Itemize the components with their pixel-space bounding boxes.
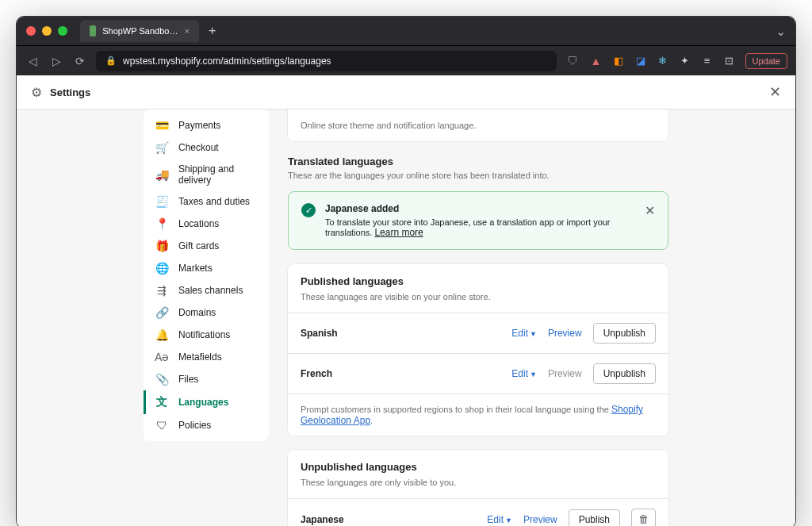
sidebar-item-label: Files (178, 374, 198, 385)
unpublish-button[interactable]: Unpublish (593, 323, 656, 344)
sidebar-item-policies[interactable]: 🛡Policies (144, 414, 269, 436)
ext-icon-3[interactable]: ❄ (657, 55, 669, 67)
reload-button[interactable]: ⟳ (72, 55, 88, 67)
sidebar-item-notifications[interactable]: 🔔Notifications (144, 324, 269, 346)
sidebar-item-languages[interactable]: 文Languages (144, 390, 269, 414)
edit-dropdown[interactable]: Edit▼ (511, 368, 537, 379)
warning-icon[interactable]: ▲ (588, 55, 604, 67)
tab-title: ShopWP Sandbox ~ Store lang… (102, 26, 178, 36)
bell-icon: 🔔 (155, 328, 169, 341)
browser-chrome: ShopWP Sandbox ~ Store lang… × + ⌄ ◁ ▷ ⟳… (17, 17, 795, 75)
close-icon[interactable]: ✕ (769, 83, 781, 101)
ext-icon-4[interactable]: ≡ (701, 55, 714, 67)
translated-heading: Translated languages (288, 155, 668, 167)
theme-desc: Online store theme and notification lang… (301, 121, 656, 130)
gear-icon: ⚙ (31, 85, 42, 100)
language-name: Japanese (301, 514, 344, 525)
browser-titlebar: ShopWP Sandbox ~ Store lang… × + ⌄ (17, 17, 795, 45)
unpublish-button[interactable]: Unpublish (593, 363, 656, 384)
checkout-icon: 🛒 (155, 141, 169, 154)
sidebar-item-label: Policies (178, 420, 211, 431)
forward-button[interactable]: ▷ (48, 55, 64, 67)
maximize-window-button[interactable] (58, 26, 67, 36)
shield-icon[interactable]: ⛉ (565, 55, 580, 67)
payments-icon: 💳 (155, 119, 169, 132)
sidebar-item-domains[interactable]: 🔗Domains (144, 301, 269, 324)
trash-icon: 🗑 (638, 513, 649, 525)
ext-icon-5[interactable]: ⊡ (723, 55, 736, 67)
metafields-icon: Aə (155, 351, 169, 363)
published-sub: These languages are visible on your onli… (301, 292, 656, 301)
page-title: Settings (50, 86, 90, 98)
tab-favicon (90, 25, 96, 36)
banner-close-icon[interactable]: ✕ (645, 203, 655, 218)
language-row-japanese: Japanese Edit▼ Preview Publish 🗑 (288, 498, 668, 526)
sidebar-item-label: Sales channels (178, 285, 243, 296)
sidebar-item-shipping[interactable]: 🚚Shipping and delivery (144, 159, 269, 190)
minimize-window-button[interactable] (42, 26, 52, 36)
sidebar-item-label: Taxes and duties (178, 196, 250, 207)
tab-close-icon[interactable]: × (185, 26, 190, 36)
sidebar-item-locations[interactable]: 📍Locations (144, 213, 269, 235)
published-heading: Published languages (301, 275, 656, 287)
sidebar-item-files[interactable]: 📎Files (144, 368, 269, 390)
browser-toolbar: ◁ ▷ ⟳ 🔒 wpstest.myshopify.com/admin/sett… (17, 45, 795, 75)
sidebar-item-label: Languages (178, 397, 228, 408)
chevron-down-icon: ▼ (530, 330, 537, 338)
banner-text: To translate your store into Japanese, u… (325, 217, 635, 238)
address-bar[interactable]: 🔒 wpstest.myshopify.com/admin/settings/l… (96, 51, 557, 71)
banner-title: Japanese added (325, 203, 635, 214)
extensions-puzzle-icon[interactable]: ✦ (679, 55, 691, 67)
sidebar-item-gift-cards[interactable]: 🎁Gift cards (144, 235, 269, 257)
language-row-french: French Edit▼ Preview Unpublish (288, 353, 668, 394)
sidebar-item-metafields[interactable]: AəMetafields (144, 346, 269, 368)
publish-button[interactable]: Publish (569, 509, 620, 527)
banner-learn-more-link[interactable]: Learn more (374, 227, 423, 238)
domains-icon: 🔗 (155, 306, 169, 319)
locations-icon: 📍 (155, 217, 169, 230)
preview-link: Preview (548, 368, 582, 379)
browser-tab[interactable]: ShopWP Sandbox ~ Store lang… × (80, 20, 199, 42)
new-tab-button[interactable]: + (209, 24, 216, 38)
unpublished-card: Unpublished languages These languages ar… (288, 450, 668, 526)
edit-dropdown[interactable]: Edit▼ (511, 328, 537, 339)
gift-icon: 🎁 (155, 240, 169, 252)
back-button[interactable]: ◁ (25, 55, 40, 67)
ext-icon-2[interactable]: ◪ (634, 55, 647, 67)
sidebar-item-payments[interactable]: 💳Payments (144, 114, 269, 136)
sidebar-item-label: Payments (178, 120, 220, 131)
app-frame: ⚙ Settings ✕ 💳Payments 🛒Checkout 🚚Shippi… (17, 75, 795, 526)
edit-dropdown[interactable]: Edit▼ (487, 514, 512, 525)
close-window-button[interactable] (26, 26, 36, 36)
traffic-lights (26, 26, 67, 36)
sidebar-item-label: Locations (178, 218, 219, 229)
published-card: Published languages These languages are … (288, 264, 668, 436)
published-footer: Prompt customers in supported regions to… (288, 394, 668, 436)
sidebar-item-label: Notifications (178, 329, 230, 340)
shipping-icon: 🚚 (155, 168, 169, 181)
files-icon: 📎 (155, 373, 169, 386)
unpublished-sub: These languages are only visible to you. (301, 478, 656, 487)
ext-icon-1[interactable]: ◧ (612, 55, 625, 67)
browser-update-button[interactable]: Update (745, 53, 787, 69)
language-name: Spanish (301, 328, 338, 339)
channels-icon: ⇶ (155, 284, 169, 297)
preview-link[interactable]: Preview (523, 514, 557, 525)
sidebar-item-sales-channels[interactable]: ⇶Sales channels (144, 279, 269, 301)
tabs-menu-icon[interactable]: ⌄ (776, 24, 786, 39)
preview-link[interactable]: Preview (548, 328, 582, 339)
language-row-spanish: Spanish Edit▼ Preview Unpublish (288, 313, 668, 353)
unpublished-heading: Unpublished languages (301, 461, 656, 473)
chevron-down-icon: ▼ (505, 516, 512, 524)
delete-button[interactable]: 🗑 (631, 509, 656, 526)
sidebar-item-label: Shipping and delivery (178, 163, 258, 186)
sidebar-item-taxes[interactable]: 🧾Taxes and duties (144, 190, 269, 213)
success-banner: ✓ Japanese added To translate your store… (288, 191, 668, 250)
lock-icon: 🔒 (105, 56, 117, 66)
check-icon: ✓ (301, 203, 316, 217)
language-name: French (301, 368, 332, 379)
sidebar-item-markets[interactable]: 🌐Markets (144, 257, 269, 279)
sidebar-item-checkout[interactable]: 🛒Checkout (144, 136, 269, 159)
url-text: wpstest.myshopify.com/admin/settings/lan… (123, 56, 331, 67)
main-content: Online store theme and notification lang… (288, 109, 668, 526)
